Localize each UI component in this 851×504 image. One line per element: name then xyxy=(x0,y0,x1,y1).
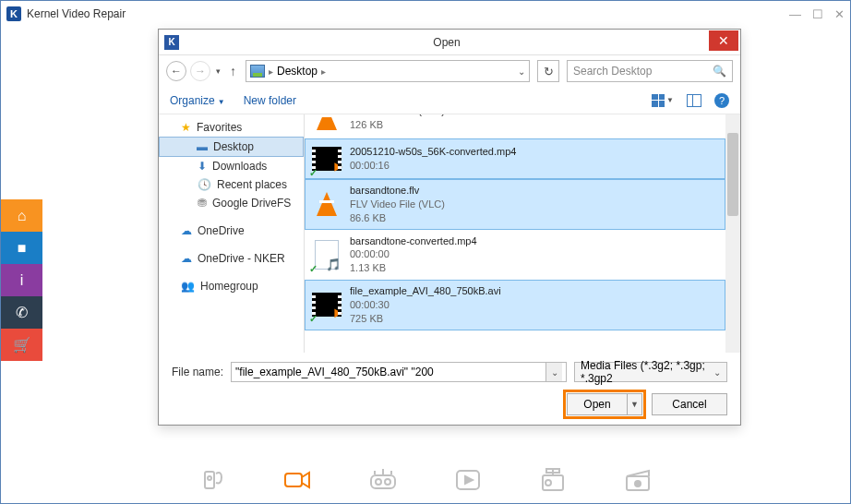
cancel-button[interactable]: Cancel xyxy=(652,393,727,415)
filename-dropdown[interactable]: ⌄ xyxy=(545,363,562,381)
nav-up-button[interactable]: ↑ xyxy=(230,64,236,78)
file-meta: FLV Video File (VLC)126 KB xyxy=(350,114,445,132)
nav-onedrive-nker[interactable]: ☁OneDrive - NKER xyxy=(159,249,304,268)
file-row[interactable]: ✓file_example_AVI_480_750kB.avi00:00:307… xyxy=(305,280,725,330)
dialog-title: Open xyxy=(185,36,709,49)
file-thumbnail xyxy=(311,114,342,134)
cart-icon[interactable]: 🛒 xyxy=(1,329,42,361)
open-dialog: K Open ✕ ← → ▾ ↑ ▸ Desktop ▸ ⌄ ↻ Search … xyxy=(158,29,741,426)
dialog-icon: K xyxy=(164,35,179,50)
search-placeholder: Search Desktop xyxy=(573,65,652,78)
svg-point-1 xyxy=(208,476,211,480)
phone-icon[interactable]: ✆ xyxy=(1,296,42,329)
nav-back-button[interactable]: ← xyxy=(166,61,186,81)
refresh-button[interactable]: ↻ xyxy=(537,60,559,82)
nav-downloads[interactable]: ⬇Downloads xyxy=(159,157,304,175)
scrollbar[interactable] xyxy=(725,114,740,353)
nav-history-dropdown[interactable]: ▾ xyxy=(216,66,221,76)
svg-point-11 xyxy=(635,481,641,486)
folder-tree: ★Favorites ▬Desktop ⬇Downloads 🕓Recent p… xyxy=(159,114,305,353)
nav-favorites[interactable]: ★Favorites xyxy=(159,118,304,137)
file-meta: barsandtone.flvFLV Video File (VLC)86.6 … xyxy=(350,184,445,225)
file-filter-select[interactable]: Media Files (*.3g2; *.3gp; *.3gp2 ⌄ xyxy=(574,362,727,382)
file-thumbnail: ✓ xyxy=(311,239,342,270)
dialog-titlebar: K Open ✕ xyxy=(159,30,740,55)
clapper-icon[interactable] xyxy=(621,466,654,494)
svg-rect-3 xyxy=(371,475,395,488)
svg-point-5 xyxy=(385,479,390,485)
search-icon: 🔍 xyxy=(713,65,726,78)
preview-pane-button[interactable] xyxy=(687,94,701,107)
vr-icon[interactable] xyxy=(366,466,400,494)
file-list: FLV Video File (VLC)126 KB✓20051210-w50s… xyxy=(305,114,740,353)
selfie-icon[interactable] xyxy=(197,466,230,494)
view-mode-button[interactable]: ▼ xyxy=(652,94,674,107)
file-meta: barsandtone-converted.mp400:00:001.13 KB xyxy=(350,234,477,276)
organize-toolbar: Organize▼ New folder ▼ ? xyxy=(159,87,740,114)
filename-label: File name: xyxy=(172,366,223,378)
app-titlebar: K Kernel Video Repair — ☐ ✕ xyxy=(1,1,850,27)
nav-homegroup[interactable]: 👥Homegroup xyxy=(159,277,304,295)
camera-icon[interactable]: ■ xyxy=(1,232,42,264)
dialog-close-button[interactable]: ✕ xyxy=(709,30,738,51)
new-folder-button[interactable]: New folder xyxy=(244,94,296,107)
open-dropdown[interactable]: ▼ xyxy=(627,394,641,414)
file-row[interactable]: ✓barsandtone-converted.mp400:00:001.13 K… xyxy=(305,230,725,281)
filename-input[interactable]: "file_example_AVI_480_750kB.avi" "200 ⌄ xyxy=(231,362,567,382)
open-button[interactable]: Open ▼ xyxy=(567,393,642,415)
close-button[interactable]: ✕ xyxy=(834,7,845,21)
file-row[interactable]: barsandtone.flvFLV Video File (VLC)86.6 … xyxy=(305,179,725,230)
nav-gdrive[interactable]: ⛃Google DriveFS xyxy=(159,194,304,212)
file-thumbnail xyxy=(311,188,342,220)
svg-point-4 xyxy=(376,479,381,485)
breadcrumb-location[interactable]: Desktop xyxy=(277,65,318,78)
maximize-button[interactable]: ☐ xyxy=(812,7,823,21)
app-icon: K xyxy=(6,6,21,21)
file-row[interactable]: ✓20051210-w50s_56K-converted.mp400:00:16 xyxy=(305,138,725,179)
nav-desktop[interactable]: ▬Desktop xyxy=(159,137,304,157)
desktop-icon xyxy=(250,65,265,78)
video-camera-icon[interactable] xyxy=(282,466,315,494)
nav-forward-button[interactable]: → xyxy=(190,61,210,81)
breadcrumb[interactable]: ▸ Desktop ▸ ⌄ xyxy=(246,60,530,82)
info-icon[interactable]: i xyxy=(1,264,42,296)
minimize-button[interactable]: — xyxy=(789,7,801,21)
file-row[interactable]: FLV Video File (VLC)126 KB xyxy=(305,114,725,138)
file-meta: 20051210-w50s_56K-converted.mp400:00:16 xyxy=(350,145,516,173)
nav-recent[interactable]: 🕓Recent places xyxy=(159,175,304,194)
file-thumbnail: ✓ xyxy=(311,289,342,320)
breadcrumb-dropdown[interactable]: ⌄ xyxy=(518,66,525,77)
home-icon[interactable]: ⌂ xyxy=(1,199,42,232)
play-icon[interactable] xyxy=(451,466,485,494)
search-input[interactable]: Search Desktop 🔍 xyxy=(567,60,733,82)
file-thumbnail: ✓ xyxy=(311,143,342,174)
help-button[interactable]: ? xyxy=(714,93,729,108)
app-title: Kernel Video Repair xyxy=(27,7,126,20)
nav-toolbar: ← → ▾ ↑ ▸ Desktop ▸ ⌄ ↻ Search Desktop 🔍 xyxy=(159,55,740,87)
svg-rect-2 xyxy=(285,474,302,486)
file-meta: file_example_AVI_480_750kB.avi00:00:3072… xyxy=(350,284,501,326)
left-sidebar: ⌂ ■ i ✆ 🛒 xyxy=(1,199,42,361)
bottom-toolbar xyxy=(1,466,850,494)
organize-menu[interactable]: Organize▼ xyxy=(170,94,225,107)
nav-onedrive[interactable]: ☁OneDrive xyxy=(159,222,304,240)
action-cam-icon[interactable] xyxy=(536,466,569,494)
svg-point-8 xyxy=(545,480,551,486)
